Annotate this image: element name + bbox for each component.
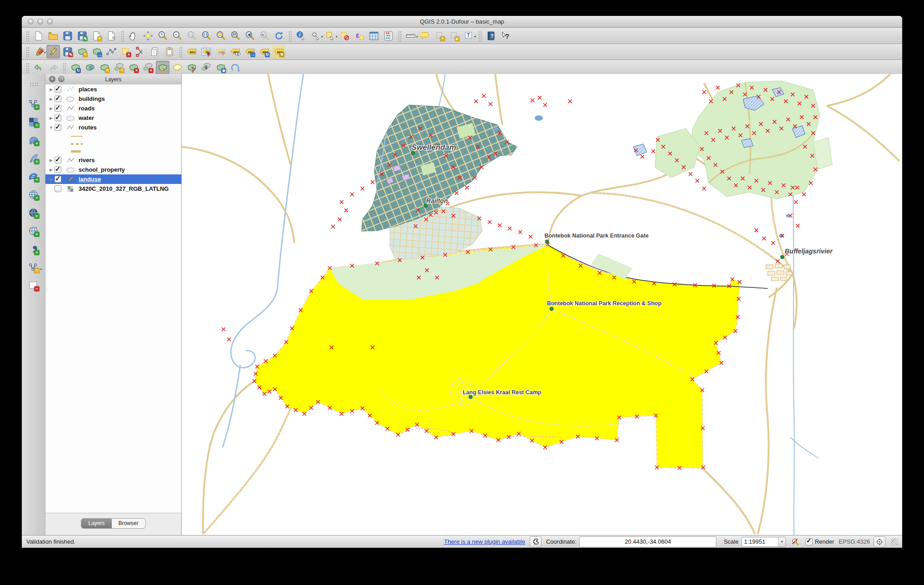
help-contents-button[interactable]: ? (484, 29, 498, 43)
labeling-button[interactable]: abc (185, 45, 199, 59)
fill-ring-button[interactable]: ◆ (214, 61, 228, 74)
layers-panel-header[interactable]: ✕ ❐ Layers (45, 74, 181, 85)
rotate-feature-button[interactable]: ↻ (69, 61, 82, 74)
layer-row-water[interactable]: ▶water (45, 113, 181, 123)
move-label-button[interactable]: abc→ (243, 45, 257, 59)
undo-button[interactable] (32, 61, 45, 74)
zoom-window-button[interactable] (47, 19, 53, 25)
map-tips-button[interactable] (418, 29, 432, 43)
save-project-as-button[interactable]: ✎ (75, 29, 89, 43)
layer-row-landuse[interactable]: ▶landuse (45, 174, 181, 184)
layer-row-school_property[interactable]: ▶school_property (45, 165, 181, 174)
delete-part-button[interactable]: × (141, 61, 155, 74)
composer-manager-button[interactable] (104, 29, 118, 43)
select-features-button[interactable]: ▼ (323, 29, 337, 43)
layer-row-roads[interactable]: ▶roads (45, 104, 181, 113)
simplify-feature-button[interactable] (83, 61, 97, 74)
title-bar[interactable]: QGIS 2.0.1-Dufour – basic_map (22, 16, 902, 28)
layer-row-places[interactable]: ▶places (45, 84, 181, 94)
save-layer-edits-button[interactable]: ✎ (61, 45, 75, 59)
zoom-next-button[interactable]: ▶ (258, 29, 271, 43)
zoom-out-button[interactable]: − (170, 29, 184, 43)
show-hide-labels-button[interactable]: abc (229, 45, 242, 59)
reshape-features-button[interactable] (156, 61, 169, 74)
add-spatialite-layer-button[interactable]: + (25, 151, 42, 166)
expand-icon[interactable]: ▶ (48, 177, 55, 182)
add-oracle-layer-button[interactable]: + (25, 242, 42, 257)
crs-icon[interactable] (874, 536, 885, 547)
copy-features-button[interactable] (148, 45, 162, 59)
delete-ring-button[interactable]: × (127, 61, 140, 74)
layer-visibility-checkbox[interactable] (55, 166, 61, 173)
add-ring-button[interactable]: * (98, 61, 111, 74)
open-attribute-table-button[interactable] (367, 29, 381, 43)
whats-this-button[interactable]: ? (499, 29, 512, 43)
add-raster-layer-button[interactable]: + (25, 114, 42, 130)
layer-visibility-checkbox[interactable] (55, 185, 61, 192)
map-refresh-button[interactable] (272, 29, 286, 43)
layer-row-3420C_2010_327_RGB_LATLNG[interactable]: 3420C_2010_327_RGB_LATLNG (45, 184, 181, 193)
redo-button[interactable] (46, 61, 60, 74)
layer-visibility-checkbox[interactable] (55, 157, 61, 164)
identify-features-button[interactable]: i (294, 29, 308, 43)
measure-button[interactable]: ▼ (404, 29, 417, 43)
layer-row-rivers[interactable]: ▶rivers (45, 155, 181, 165)
scale-combo[interactable]: 1:19951 ▼ (741, 537, 786, 547)
close-window-button[interactable] (28, 19, 34, 25)
current-edits-button[interactable]: ▼ (32, 45, 45, 59)
resize-grip[interactable] (891, 538, 898, 545)
expand-icon[interactable]: ▶ (48, 158, 55, 163)
add-part-button[interactable]: * (112, 61, 126, 74)
render-checkbox[interactable] (805, 538, 813, 545)
zoom-in-button[interactable]: + (156, 29, 169, 43)
select-by-expression-button[interactable]: ε (353, 29, 366, 43)
layer-visibility-checkbox[interactable] (55, 86, 61, 93)
panel-close-icon[interactable]: ✕ (49, 76, 55, 82)
rotate-point-symbols-button[interactable] (229, 61, 242, 74)
zoom-full-button[interactable] (199, 29, 213, 43)
layer-visibility-checkbox[interactable] (55, 114, 61, 121)
collapse-icon[interactable]: ▼ (48, 125, 55, 130)
save-project-button[interactable] (61, 29, 75, 43)
new-project-button[interactable] (32, 29, 45, 43)
field-calculator-button[interactable] (382, 29, 395, 43)
layer-row-buildings[interactable]: ▶buildings (45, 94, 181, 104)
stop-render-icon[interactable] (790, 537, 801, 547)
coordinate-input[interactable] (579, 536, 716, 547)
expand-icon[interactable]: ▶ (48, 87, 55, 92)
map-canvas[interactable]: SwellendamRailtonBontebok National Park … (182, 74, 902, 535)
chevron-down-icon[interactable]: ▼ (778, 537, 785, 546)
minimize-window-button[interactable] (37, 19, 43, 25)
open-project-button[interactable] (46, 29, 60, 43)
new-shapefile-layer-button[interactable]: *▼ (25, 260, 42, 275)
move-feature-button[interactable]: → (90, 45, 104, 59)
pan-map-to-selection-button[interactable] (141, 29, 155, 43)
toolbar-drag-handle[interactable] (30, 82, 38, 87)
plugin-available-link[interactable]: There is a new plugin available (444, 538, 525, 545)
layer-visibility-checkbox[interactable] (55, 95, 61, 102)
zoom-actual-size-button[interactable]: 1:1 (185, 29, 199, 43)
layer-visibility-checkbox[interactable] (55, 124, 61, 131)
node-tool-button[interactable] (104, 45, 118, 59)
cut-features-button[interactable] (134, 45, 147, 59)
tab-layers[interactable]: Layers (81, 519, 111, 528)
panel-float-icon[interactable]: ❐ (58, 76, 65, 82)
expand-icon[interactable]: ▶ (48, 106, 55, 111)
tab-browser[interactable]: Browser (112, 519, 145, 528)
layer-row-routes[interactable]: ▼routes (45, 123, 181, 132)
show-bookmarks-button[interactable]: ▸ (447, 29, 461, 43)
layer-visibility-checkbox[interactable] (55, 105, 61, 112)
remove-layer-button[interactable]: − (25, 278, 42, 293)
paste-features-button[interactable] (163, 45, 176, 59)
merge-features-button[interactable] (199, 61, 213, 74)
zoom-last-button[interactable]: ◀ (243, 29, 257, 43)
offset-curve-button[interactable] (170, 61, 184, 74)
add-vector-layer-button[interactable]: + (25, 96, 42, 112)
highlight-pinned-labels-button[interactable]: abc (214, 45, 228, 59)
expand-icon[interactable]: ▶ (48, 168, 55, 172)
new-print-composer-button[interactable]: * (90, 29, 104, 43)
rotate-label-button[interactable]: abc↻ (258, 45, 271, 59)
change-label-button[interactable]: abc✎ (272, 45, 286, 59)
deselect-features-button[interactable] (338, 29, 352, 43)
delete-selected-button[interactable]: × (119, 45, 133, 59)
